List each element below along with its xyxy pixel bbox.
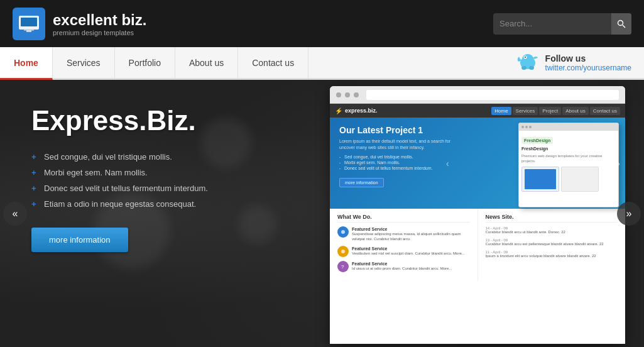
- service-icon: [337, 226, 349, 238]
- inner-hero: Our Latest Project 1 Lorem ipsum as thei…: [330, 118, 625, 209]
- search-input[interactable]: [493, 13, 611, 35]
- service-text: Featured Service Id uisus ut at odio pro…: [352, 261, 452, 272]
- inner-nav-contact: Contact us: [590, 107, 620, 115]
- svg-point-11: [529, 66, 534, 70]
- twitter-handle[interactable]: twitter.com/yourusername: [545, 63, 631, 72]
- inner-what-we-do: What We Do. Featured Service Suspendisse…: [330, 209, 478, 281]
- inner-browser-dot: [525, 126, 528, 128]
- inner-service-item: Featured Service Vestibulum sed nisl vel…: [337, 246, 470, 257]
- inner-logo-icon: ⚡: [335, 107, 342, 114]
- inner-next-arrow[interactable]: ›: [617, 158, 620, 168]
- hero-list-item: Etiam a odio in neque egestas consequat.: [31, 199, 270, 209]
- inner-nav-services: Services: [513, 107, 538, 115]
- inner-bottom: What We Do. Featured Service Suspendisse…: [330, 209, 625, 281]
- follow-text: Follow us twitter.com/yourusername: [545, 53, 631, 72]
- browser-content: ⚡ express.biz. Home Services Project Abo…: [330, 104, 625, 344]
- news-text: Curabitur blandit arcu est pellentesque …: [486, 242, 618, 247]
- inner-browser-dot: [529, 126, 532, 128]
- logo-area: excellent biz. premium design templates: [13, 8, 146, 40]
- svg-point-4: [618, 20, 623, 25]
- svg-point-7: [522, 54, 533, 64]
- inner-browser-bar: [519, 123, 618, 131]
- inner-browser-content: FreshDesign FreshDesign Premium web desi…: [519, 131, 618, 194]
- prev-button[interactable]: «: [3, 202, 27, 226]
- inner-news-item: 11 - April - 09 Ipsum a tincidunt elit a…: [486, 250, 618, 259]
- header: excellent biz. premium design templates: [0, 0, 644, 47]
- news-text: Ipsum a tincidunt elit arcu volutpat bla…: [486, 254, 618, 259]
- svg-point-13: [341, 250, 345, 253]
- logo-title: excellent biz.: [53, 11, 146, 29]
- nav-links: Home Services Portfolio About us Contact…: [0, 47, 308, 78]
- search-button[interactable]: [611, 13, 631, 35]
- svg-rect-3: [24, 30, 34, 31]
- navigation: Home Services Portfolio About us Contact…: [0, 47, 644, 80]
- inner-service-item: Featured Service Suspendisse adipiscing …: [337, 226, 470, 242]
- inner-hero-list-item: Donec sed velit ut tellus fermentum inte…: [339, 166, 452, 170]
- svg-point-12: [341, 230, 345, 234]
- logo-icon: [13, 8, 45, 40]
- nav-item-home[interactable]: Home: [0, 47, 53, 80]
- logo-subtitle: premium design templates: [53, 29, 146, 36]
- hero-left: Express.Biz. Sed congue, dui vel tristiq…: [31, 105, 270, 252]
- inner-hero-title: Our Latest Project 1: [339, 125, 452, 135]
- inner-what-we-do-title: What We Do.: [337, 214, 470, 223]
- svg-line-5: [623, 25, 625, 28]
- fresh-design-badge: FreshDesign: [521, 137, 553, 144]
- service-desc: Id uisus ut at odio proin diam. Curabitu…: [352, 267, 452, 272]
- inner-browser: FreshDesign FreshDesign Premium web desi…: [518, 123, 619, 207]
- inner-news-item: 14 - April - 09 Curabitur blandit arcu u…: [486, 226, 618, 235]
- nav-item-about[interactable]: About us: [175, 47, 238, 78]
- service-desc: Suspendisse adipiscing metus massa, id a…: [352, 232, 470, 242]
- hero-title: Express.Biz.: [31, 105, 270, 136]
- inner-browser-dot: [521, 126, 524, 128]
- inner-hero-text: Lorem ipsum as their default model text,…: [339, 138, 452, 151]
- inner-nav: ⚡ express.biz. Home Services Project Abo…: [330, 104, 625, 118]
- hero-list-item: Morbi eget sem. Nam mollis.: [31, 168, 270, 177]
- browser-bar: [330, 86, 625, 104]
- browser-mockup: ⚡ express.biz. Home Services Project Abo…: [330, 86, 625, 344]
- browser-dot: [354, 92, 359, 97]
- inner-logo-area: ⚡ express.biz.: [335, 107, 378, 114]
- inner-prev-arrow[interactable]: ‹: [446, 158, 449, 168]
- browser-dot: [336, 92, 341, 97]
- inner-hero-list-item: Morbi eget sem. Nam mollis.: [339, 160, 452, 165]
- svg-point-10: [521, 66, 527, 70]
- svg-text:?: ?: [341, 264, 344, 270]
- inner-hero-list: Sed congue, dui vel tristique mollis. Mo…: [339, 155, 452, 170]
- service-icon: ?: [337, 261, 349, 272]
- news-text: Curabitur blandit arcu ut blandit ante. …: [486, 230, 618, 235]
- service-text: Featured Service Suspendisse adipiscing …: [352, 226, 470, 242]
- inner-nav-project: Project: [539, 107, 561, 115]
- inner-browser-text: FreshDesign Premium web design templates…: [521, 146, 616, 192]
- more-information-button[interactable]: more information: [31, 228, 128, 252]
- twitter-bird-icon: [515, 49, 540, 77]
- service-text: Featured Service Vestibulum sed nisl vel…: [352, 246, 465, 256]
- hero-right: ⚡ express.biz. Home Services Project Abo…: [330, 86, 625, 344]
- main-content: Express.Biz. Sed congue, dui vel tristiq…: [0, 80, 644, 347]
- nav-item-services[interactable]: Services: [53, 47, 115, 78]
- service-title: Featured Service: [352, 261, 452, 267]
- search-box: [493, 13, 631, 35]
- inner-logo-text: express.biz.: [345, 107, 378, 114]
- inner-service-item: ? Featured Service Id uisus ut at odio p…: [337, 261, 470, 272]
- follow-label: Follow us: [545, 53, 631, 63]
- inner-hero-list-item: Sed congue, dui vel tristique mollis.: [339, 155, 452, 159]
- hero-list-item: Sed congue, dui vel tristique mollis.: [31, 152, 270, 162]
- inner-nav-about: About us: [562, 107, 589, 115]
- hero-list: Sed congue, dui vel tristique mollis. Mo…: [31, 152, 270, 209]
- nav-item-contact[interactable]: Contact us: [238, 47, 308, 78]
- next-button[interactable]: »: [617, 202, 641, 226]
- logo-text: excellent biz. premium design templates: [53, 11, 146, 36]
- service-icon: [337, 246, 349, 257]
- inner-hero-button[interactable]: more information: [339, 178, 384, 187]
- inner-news-item: 13 - April - 09 Curabitur blandit arcu e…: [486, 238, 618, 247]
- inner-news: News Site. 14 - April - 09 Curabitur bla…: [478, 209, 626, 281]
- nav-item-portfolio[interactable]: Portfolio: [115, 47, 175, 78]
- inner-news-title: News Site.: [486, 214, 618, 223]
- service-title: Featured Service: [352, 226, 470, 232]
- inner-nav-home: Home: [491, 107, 511, 115]
- browser-url-bar: [366, 90, 619, 100]
- follow-area: Follow us twitter.com/yourusername: [515, 47, 631, 78]
- browser-dot: [345, 92, 350, 97]
- hero-list-item: Donec sed velit ut tellus fermentum inte…: [31, 184, 270, 193]
